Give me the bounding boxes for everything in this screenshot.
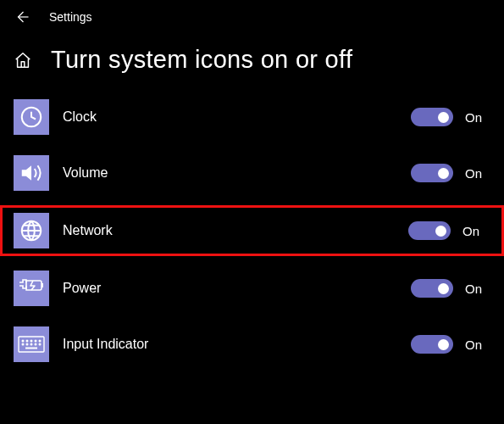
- svg-point-11: [30, 343, 32, 345]
- page-title: Turn system icons on or off: [51, 46, 352, 74]
- svg-point-10: [26, 343, 28, 345]
- toggle-state: On: [465, 282, 485, 296]
- row-label: Input Indicator: [63, 337, 397, 352]
- app-title: Settings: [49, 10, 92, 24]
- svg-point-8: [39, 340, 41, 342]
- row-label: Network: [63, 223, 395, 238]
- toggle-input-indicator[interactable]: [411, 335, 453, 354]
- row-power: Power On: [0, 267, 504, 310]
- keyboard-icon: [14, 326, 49, 362]
- svg-point-6: [30, 340, 32, 342]
- back-arrow-icon[interactable]: [14, 8, 30, 25]
- svg-rect-14: [25, 348, 37, 349]
- toggle-clock[interactable]: [411, 108, 453, 126]
- svg-rect-2: [42, 283, 43, 287]
- toggle-power[interactable]: [411, 279, 453, 298]
- row-label: Power: [63, 281, 397, 296]
- home-icon[interactable]: [14, 51, 32, 70]
- svg-point-5: [26, 340, 28, 342]
- row-input-indicator: Input Indicator On: [0, 323, 504, 365]
- volume-icon: [14, 155, 49, 191]
- svg-point-13: [39, 343, 41, 345]
- row-label: Clock: [63, 109, 397, 125]
- svg-point-12: [35, 343, 36, 345]
- toggle-state: On: [465, 110, 485, 125]
- toggle-wrap: On: [411, 164, 485, 182]
- clock-icon: [14, 99, 49, 135]
- toggle-state: On: [465, 338, 485, 352]
- row-network: Network On: [0, 205, 504, 256]
- row-clock: Clock On: [0, 96, 504, 138]
- svg-point-4: [22, 340, 24, 342]
- svg-point-7: [35, 340, 36, 342]
- app-header: Settings: [0, 0, 504, 31]
- toggle-network[interactable]: [408, 221, 451, 240]
- toggle-wrap: On: [408, 221, 483, 240]
- svg-point-9: [22, 343, 24, 345]
- toggle-volume[interactable]: [411, 164, 453, 182]
- toggle-state: On: [462, 224, 483, 238]
- toggle-state: On: [465, 166, 485, 181]
- toggle-wrap: On: [411, 279, 485, 298]
- network-icon: [14, 213, 49, 248]
- power-icon: [14, 271, 49, 306]
- row-volume: Volume On: [0, 152, 504, 194]
- row-label: Volume: [63, 165, 397, 181]
- page-header: Turn system icons on or off: [0, 31, 504, 94]
- toggle-wrap: On: [411, 335, 485, 354]
- settings-list: Clock On Volume On: [0, 94, 504, 365]
- toggle-wrap: On: [411, 108, 485, 126]
